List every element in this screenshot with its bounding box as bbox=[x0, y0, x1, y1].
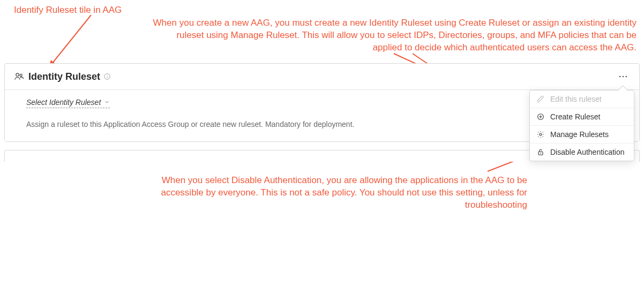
actions-menu: Edit this ruleset Create Ruleset Manage … bbox=[529, 90, 634, 161]
svg-point-9 bbox=[619, 76, 621, 78]
panel-title: Identity Ruleset bbox=[28, 71, 100, 82]
svg-point-5 bbox=[20, 74, 22, 77]
menu-item-manage-rulesets[interactable]: Manage Rulesets bbox=[530, 125, 634, 143]
svg-point-15 bbox=[540, 133, 542, 135]
panel-header: Identity Ruleset bbox=[5, 64, 639, 90]
menu-item-label: Manage Rulesets bbox=[550, 130, 609, 139]
plus-circle-icon bbox=[536, 112, 545, 121]
unlock-icon bbox=[536, 148, 545, 156]
svg-point-10 bbox=[623, 76, 624, 78]
annotation-bottom: When you select Disable Authentication, … bbox=[128, 175, 527, 212]
info-icon[interactable] bbox=[103, 73, 111, 80]
svg-point-4 bbox=[16, 73, 19, 76]
menu-item-create-ruleset[interactable]: Create Ruleset bbox=[530, 108, 634, 125]
annotation-top-left: Identify Ruleset tile in AAG bbox=[14, 4, 122, 17]
gear-icon bbox=[536, 130, 545, 139]
svg-line-0 bbox=[49, 15, 91, 67]
svg-point-11 bbox=[626, 76, 627, 78]
svg-point-8 bbox=[107, 75, 108, 75]
select-identity-ruleset-dropdown[interactable]: Select Identity Ruleset bbox=[26, 98, 110, 108]
menu-item-label: Create Ruleset bbox=[550, 112, 600, 121]
annotation-top-right: When you create a new AAG, you must crea… bbox=[145, 17, 636, 54]
pencil-icon bbox=[536, 95, 545, 103]
menu-item-edit-ruleset: Edit this ruleset bbox=[530, 90, 634, 108]
menu-item-label: Edit this ruleset bbox=[550, 95, 602, 103]
menu-item-label: Disable Authentication bbox=[550, 148, 625, 156]
more-menu-button[interactable] bbox=[616, 70, 631, 83]
menu-item-disable-authentication[interactable]: Disable Authentication bbox=[530, 143, 634, 161]
select-ruleset-label: Select Identity Ruleset bbox=[26, 98, 101, 107]
people-icon bbox=[13, 71, 24, 82]
chevron-down-icon bbox=[104, 98, 110, 107]
